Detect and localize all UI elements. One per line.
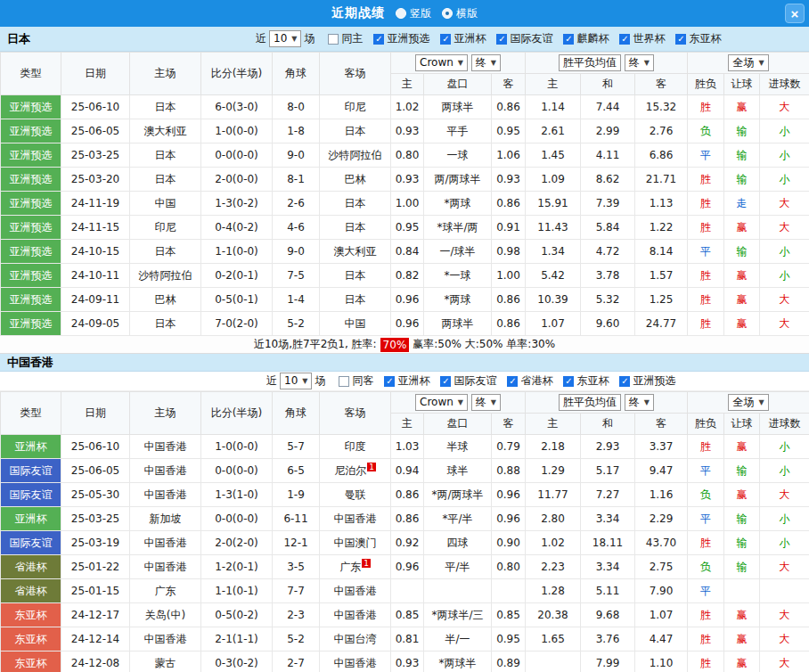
result-handicap: 输 — [724, 240, 760, 264]
home-team[interactable]: 日本 — [130, 168, 201, 192]
away-team[interactable]: 中国澳门 — [320, 531, 391, 555]
filter-checkbox-4[interactable]: ✓麒麟杯 — [563, 31, 609, 46]
home-team[interactable]: 日本 — [130, 240, 201, 264]
odds-home: 0.96 — [391, 555, 424, 579]
filter-checkbox-0[interactable]: 同客 — [339, 373, 373, 389]
away-team[interactable]: 巴林 — [320, 168, 391, 192]
col-away: 客场 — [320, 53, 391, 95]
home-team[interactable]: 中国香港 — [130, 627, 201, 652]
score: 0-5(0-1) — [201, 288, 273, 312]
competition-type: 亚洲预选 — [1, 288, 61, 312]
match-row: 亚洲预选24-09-11巴林0-5(0-1)1-4日本0.96*两球0.8610… — [1, 288, 809, 312]
away-team[interactable]: 曼联 — [320, 483, 391, 507]
odds-away: 0.79 — [492, 435, 526, 459]
match-date: 24-12-08 — [61, 652, 130, 672]
filter-checkbox-2[interactable]: ✓亚洲杯 — [440, 31, 486, 46]
away-team[interactable]: 中国香港 — [320, 579, 391, 603]
odds-home: 0.81 — [391, 627, 424, 652]
odds-home: 0.84 — [391, 240, 424, 264]
home-team[interactable]: 中国香港 — [130, 435, 201, 459]
away-team[interactable]: 中国台湾 — [320, 627, 391, 652]
away-team[interactable]: 尼泊尔1 — [320, 459, 391, 483]
avg-type-select[interactable]: 胜平负均值 — [559, 54, 621, 71]
filter-checkbox-6[interactable]: ✓东亚杯 — [675, 31, 721, 46]
away-team[interactable]: 中国香港 — [320, 507, 391, 531]
chevron-down-icon: ▼ — [458, 56, 463, 70]
away-team[interactable]: 日本 — [320, 216, 391, 240]
checkbox-icon: ✓ — [507, 376, 518, 387]
away-team[interactable]: 日本 — [320, 264, 391, 288]
filter-checkbox-3[interactable]: ✓国际友谊 — [496, 31, 552, 46]
away-team[interactable]: 中国香港 — [320, 652, 391, 672]
avg-away: 6.86 — [635, 143, 688, 168]
odds-book-select[interactable]: Crown▼ — [415, 394, 468, 411]
filter-checkbox-5[interactable]: ✓世界杯 — [619, 31, 665, 46]
avg-draw: 7.39 — [581, 192, 635, 216]
filter-checkbox-3[interactable]: ✓省港杯 — [507, 373, 552, 389]
away-team[interactable]: 印度 — [320, 435, 391, 459]
scope-select[interactable]: 全场▼ — [728, 54, 768, 71]
layout-radio-vertical[interactable]: 竖版 — [396, 6, 431, 21]
filter-checkbox-1[interactable]: ✓亚洲杯 — [384, 373, 429, 389]
avg-type-select[interactable]: 胜平负均值 — [559, 394, 621, 411]
score: 2-0(2-0) — [201, 531, 273, 555]
away-team[interactable]: 澳大利亚 — [320, 240, 391, 264]
corner-score: 8-1 — [273, 168, 320, 192]
away-team[interactable]: 印尼 — [320, 95, 391, 119]
filter-checkbox-4[interactable]: ✓东亚杯 — [563, 373, 609, 389]
close-button[interactable]: × — [785, 4, 805, 23]
filter-checkbox-1[interactable]: ✓亚洲预选 — [373, 31, 429, 46]
filter-checkbox-5[interactable]: ✓亚洲预选 — [619, 373, 675, 389]
odds-final-select[interactable]: 终▼ — [471, 54, 501, 71]
filter-checkbox-0[interactable]: 同主 — [328, 31, 363, 46]
col-type: 类型 — [1, 392, 61, 435]
result-wdl: 胜 — [688, 312, 724, 336]
away-team[interactable]: 中国香港 — [320, 603, 391, 627]
avg-draw: 3.34 — [581, 555, 635, 579]
away-team[interactable]: 中国 — [320, 312, 391, 336]
home-team[interactable]: 中国 — [130, 192, 201, 216]
odds-away: 0.98 — [492, 240, 526, 264]
match-count-select[interactable]: 10▼ — [269, 30, 301, 47]
filter-checkbox-2[interactable]: ✓国际友谊 — [440, 373, 496, 389]
home-team[interactable]: 沙特阿拉伯 — [130, 264, 201, 288]
avg-draw: 9.68 — [581, 603, 635, 627]
away-team[interactable]: 日本 — [320, 119, 391, 143]
home-team[interactable]: 中国香港 — [130, 483, 201, 507]
home-team[interactable]: 日本 — [130, 312, 201, 336]
handicap: 两球半 — [424, 312, 492, 336]
scope-select[interactable]: 全场▼ — [728, 394, 768, 411]
odds-final-select[interactable]: 终▼ — [471, 394, 501, 411]
avg-away: 9.47 — [635, 459, 688, 483]
home-team[interactable]: 关岛(中) — [130, 603, 201, 627]
col-avg-draw: 和 — [581, 414, 635, 435]
home-team[interactable]: 中国香港 — [130, 531, 201, 555]
avg-final-select[interactable]: 终▼ — [625, 394, 654, 411]
home-team[interactable]: 中国香港 — [130, 555, 201, 579]
home-team[interactable]: 日本 — [130, 95, 201, 119]
away-team[interactable]: 沙特阿拉伯 — [320, 143, 391, 168]
home-team[interactable]: 印尼 — [130, 216, 201, 240]
checkbox-icon: ✓ — [619, 34, 630, 45]
home-team[interactable]: 蒙古 — [130, 652, 201, 672]
match-count-select[interactable]: 10▼ — [280, 373, 312, 389]
away-team[interactable]: 日本 — [320, 192, 391, 216]
home-team[interactable]: 澳大利亚 — [130, 119, 201, 143]
home-team[interactable]: 日本 — [130, 143, 201, 168]
away-team[interactable]: 广东1 — [320, 555, 391, 579]
score: 1-1(0-0) — [201, 240, 273, 264]
away-team[interactable]: 日本 — [320, 288, 391, 312]
layout-radio-horizontal[interactable]: 横版 — [442, 6, 478, 21]
odds-away: 0.88 — [492, 459, 526, 483]
odds-book-select[interactable]: Crown▼ — [415, 54, 468, 71]
match-row: 省港杯25-01-22中国香港1-2(0-1)3-5广东10.96平/半0.80… — [1, 555, 809, 579]
home-team[interactable]: 巴林 — [130, 288, 201, 312]
result-handicap: 赢 — [724, 95, 760, 119]
match-date: 25-01-22 — [61, 555, 130, 579]
home-team[interactable]: 新加坡 — [130, 507, 201, 531]
avg-final-select[interactable]: 终▼ — [625, 54, 654, 71]
home-team[interactable]: 中国香港 — [130, 459, 201, 483]
avg-draw: 8.62 — [581, 168, 635, 192]
home-team[interactable]: 广东 — [130, 579, 201, 603]
avg-away: 43.70 — [635, 531, 688, 555]
